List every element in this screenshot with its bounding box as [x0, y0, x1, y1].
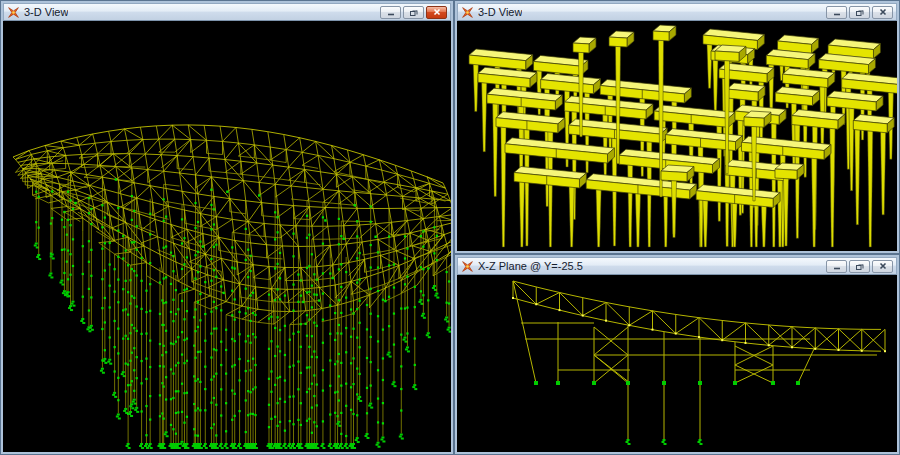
- minimize-button[interactable]: [826, 260, 847, 273]
- viewport-2d-elevation[interactable]: [457, 275, 897, 452]
- sap2000-app-icon: [461, 260, 474, 273]
- window-title: X-Z Plane @ Y=-25.5: [478, 258, 583, 274]
- window-controls: [826, 260, 893, 273]
- restore-icon: [855, 262, 864, 271]
- minimize-button[interactable]: [826, 6, 847, 19]
- window-xz-plane-view: X-Z Plane @ Y=-25.5: [454, 254, 900, 455]
- titlebar[interactable]: X-Z Plane @ Y=-25.5: [457, 257, 897, 275]
- close-button[interactable]: [872, 6, 893, 19]
- window-controls: [826, 6, 893, 19]
- minimize-icon: [833, 8, 841, 16]
- restore-button[interactable]: [403, 6, 424, 19]
- close-button[interactable]: [872, 260, 893, 273]
- restore-icon: [409, 8, 418, 17]
- close-button[interactable]: [426, 6, 447, 19]
- restore-button[interactable]: [849, 6, 870, 19]
- window-title: 3-D View: [24, 4, 68, 20]
- window-3d-view-left: 3-D View: [0, 0, 454, 455]
- close-icon: [433, 8, 441, 16]
- sap2000-app-icon: [7, 6, 20, 19]
- minimize-icon: [387, 8, 395, 16]
- window-title: 3-D View: [478, 4, 522, 20]
- restore-button[interactable]: [849, 260, 870, 273]
- minimize-icon: [833, 262, 841, 270]
- window-controls: [380, 6, 447, 19]
- close-icon: [879, 262, 887, 270]
- viewport-3d-wireframe-model[interactable]: [3, 21, 451, 452]
- close-icon: [879, 8, 887, 16]
- restore-icon: [855, 8, 864, 17]
- minimize-button[interactable]: [380, 6, 401, 19]
- window-3d-view-top-right: 3-D View: [454, 0, 900, 254]
- sap2000-app-icon: [461, 6, 474, 19]
- titlebar[interactable]: 3-D View: [3, 3, 451, 21]
- viewport-3d-extruded-model[interactable]: [457, 21, 897, 251]
- titlebar[interactable]: 3-D View: [457, 3, 897, 21]
